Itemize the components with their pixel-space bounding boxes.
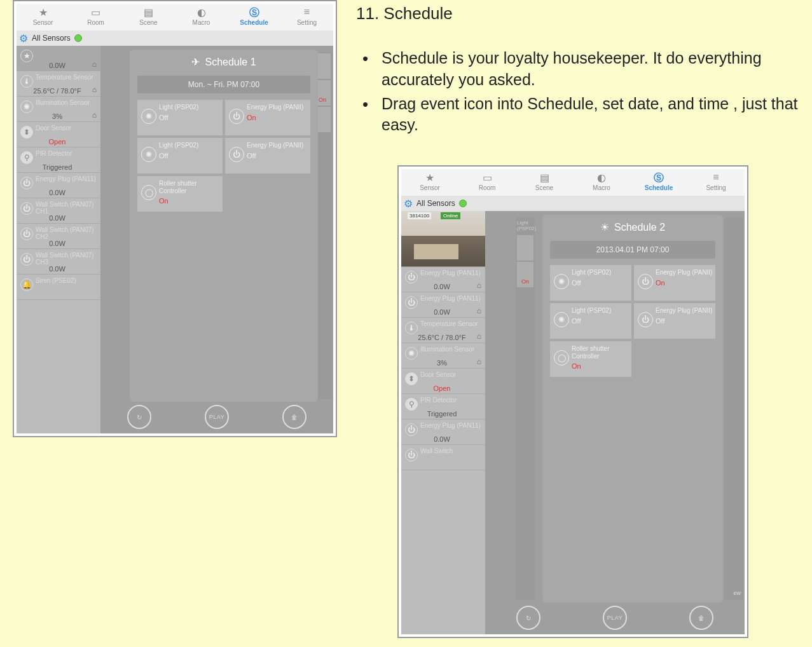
trash-button[interactable]: 🗑	[689, 606, 713, 630]
schedule-card-prev[interactable]: Light (PSP02) On	[516, 217, 535, 600]
camera-thumbnail[interactable]: 3814100 Online	[401, 211, 485, 267]
home-icon: ⌂	[477, 357, 481, 366]
device-name: Light (PSP02)	[572, 303, 631, 315]
bullet-item: Schedule is your loyalty housekeeper. It…	[382, 48, 812, 91]
sensor-value: Open	[404, 385, 480, 392]
device-tile[interactable]: ◯Roller shutter ControllerOn	[550, 341, 631, 377]
sensor-row[interactable]: ⏻Wall Switch	[401, 445, 485, 470]
sensor-icon: ⏻	[20, 228, 33, 240]
sensor-row[interactable]: 🌡Temperature Sensor25.6°C / 78.0°F⌂	[17, 71, 100, 97]
tab-room[interactable]: ▭Room	[69, 4, 122, 31]
all-sensors-strip: ⚙ All Sensors	[17, 31, 333, 46]
device-tile[interactable]: ✺Light (PSP02)Off	[137, 100, 223, 135]
tab-bar: ★Sensor ▭Room ▤Scene ◐Macro ⓈSchedule ≡S…	[17, 4, 333, 31]
camera-id-label: 3814100	[408, 212, 431, 219]
tab-room[interactable]: ▭Room	[458, 169, 516, 196]
all-sensors-label: All Sensors	[416, 199, 455, 208]
device-tile[interactable]: ◯Roller shutter ControllerOn	[137, 176, 223, 212]
tab-sensor[interactable]: ★Sensor	[401, 169, 458, 196]
sensor-row[interactable]: 🔔Siren (PSE02)	[17, 275, 100, 300]
device-tile[interactable]: ⏻Energy Plug (PANII)Off	[634, 303, 715, 339]
tab-schedule[interactable]: ⓈSchedule	[630, 169, 687, 196]
sensor-label: Temperature Sensor	[36, 71, 100, 81]
device-tile[interactable]: ✺Light (PSP02)Off	[137, 138, 223, 174]
device-state: Off	[572, 279, 581, 287]
schedule-time-bar[interactable]: Mon. ~ Fri. PM 07:00	[137, 76, 310, 93]
schedule-title: ☀Schedule 2	[542, 215, 723, 237]
sensor-icon: ⬍	[20, 126, 33, 139]
bullet-item: Drag event icon into Schedule, set date,…	[382, 93, 812, 137]
device-name: Light (PSP02)	[159, 138, 223, 149]
device-tile[interactable]: ✺Light (PSP02)Off	[550, 265, 631, 301]
sensor-row[interactable]: ⬍Door SensorOpen	[17, 122, 100, 147]
device-tile[interactable]: ⏻Energy Plug (PANII)On	[225, 100, 310, 135]
sensor-value: 0.0W	[19, 265, 95, 273]
all-sensors-strip: ⚙ All Sensors	[401, 196, 745, 211]
sensor-icon: ⬍	[405, 372, 418, 385]
sensor-icon: ⏻	[405, 449, 418, 461]
sensor-label: Energy Plug (PAN11)	[420, 292, 485, 302]
trash-button[interactable]: 🗑	[282, 405, 306, 429]
sensor-row[interactable]: ✺Illumination Sensor3%⌂	[401, 343, 485, 369]
device-tile[interactable]: ⏻Energy Plug (PANII)On	[634, 265, 715, 301]
tab-macro[interactable]: ◐Macro	[573, 169, 630, 196]
schedule-card-next[interactable]	[724, 217, 743, 600]
macro-icon: ◐	[597, 172, 606, 184]
tab-setting[interactable]: ≡Setting	[280, 4, 333, 31]
gear-icon[interactable]: ⚙	[404, 198, 413, 210]
sensor-row[interactable]: ⚲PIR DetectorTriggered	[17, 147, 100, 173]
device-icon: ⏻	[638, 274, 653, 289]
macro-icon: ◐	[197, 6, 206, 18]
tab-bar: ★Sensor ▭Room ▤Scene ◐Macro ⓈSchedule ≡S…	[401, 169, 745, 196]
tab-macro[interactable]: ◐Macro	[175, 4, 228, 31]
tab-sensor[interactable]: ★Sensor	[17, 4, 69, 31]
tab-setting[interactable]: ≡Setting	[687, 169, 745, 196]
sensor-row[interactable]: ⏻Energy Plug (PAN11)0.0W	[17, 173, 100, 198]
sensor-label: Temperature Sensor	[420, 318, 485, 327]
schedule-main: Light (PSP02) On ☀Schedule 2 2013.04.01 …	[485, 211, 745, 634]
device-name: Energy Plug (PANII)	[656, 265, 715, 276]
schedule-card[interactable]: ☀Schedule 2 2013.04.01 PM 07:00 ✺Light (…	[542, 215, 723, 603]
sensor-row[interactable]: ⏻Wall Switch (PAN07) CH30.0W	[17, 249, 100, 275]
play-button[interactable]: PLAY	[205, 405, 229, 429]
sensor-icon: ⏻	[405, 271, 418, 283]
device-icon: ◯	[141, 185, 156, 200]
device-state: Off	[572, 317, 581, 325]
sensor-value: 0.0W	[19, 240, 95, 247]
action-row: ↻ PLAY 🗑	[100, 404, 333, 430]
gear-icon[interactable]: ⚙	[19, 32, 28, 44]
setting-icon: ≡	[713, 172, 719, 183]
add-new-label[interactable]: ew	[733, 590, 741, 596]
room-icon: ▭	[483, 172, 492, 184]
sensor-list[interactable]: ⏻Energy Plug (PAN11)0.0W⌂⏻Energy Plug (P…	[401, 267, 485, 634]
schedule-time-bar[interactable]: 2013.04.01 PM 07:00	[550, 241, 715, 259]
sensor-row[interactable]: ⚲PIR DetectorTriggered	[401, 394, 485, 419]
sensor-row[interactable]: ⏻Energy Plug (PAN11)0.0W	[401, 419, 485, 445]
sensor-icon: ⏻	[405, 423, 418, 436]
sensor-icon: ⏻	[405, 296, 418, 309]
refresh-button[interactable]: ↻	[516, 606, 540, 630]
sensor-row[interactable]: ★0.0W⌂	[17, 46, 100, 71]
play-button[interactable]: PLAY	[603, 606, 627, 630]
sensor-row[interactable]: ✺Illumination Sensor3%⌂	[17, 97, 100, 122]
sensor-row[interactable]: ⏻Energy Plug (PAN11)0.0W⌂	[401, 292, 485, 318]
tab-scene[interactable]: ▤Scene	[122, 4, 175, 31]
sensor-row[interactable]: ⏻Wall Switch (PAN07) CH20.0W	[17, 224, 100, 249]
screenshot-schedule-2: ★Sensor ▭Room ▤Scene ◐Macro ⓈSchedule ≡S…	[397, 165, 748, 638]
sensor-value: 25.6°C / 78.0°F	[19, 87, 95, 95]
sensor-row[interactable]: ⏻Wall Switch (PAN07) CH10.0W	[17, 198, 100, 224]
device-tile[interactable]: ✺Light (PSP02)Off	[550, 303, 631, 339]
sensor-icon: 🔔	[20, 278, 33, 291]
device-state: On	[159, 197, 169, 205]
sensor-label: Wall Switch (PAN07) CH2	[36, 224, 100, 240]
sensor-row[interactable]: ⏻Energy Plug (PAN11)0.0W⌂	[401, 267, 485, 292]
schedule-card[interactable]: ✈Schedule 1 Mon. ~ Fri. PM 07:00 ✺Light …	[130, 50, 318, 402]
refresh-button[interactable]: ↻	[127, 405, 151, 429]
device-name: Roller shutter Controller	[572, 341, 631, 360]
sensor-row[interactable]: ⬍Door SensorOpen	[401, 369, 485, 394]
tab-schedule[interactable]: ⓈSchedule	[228, 4, 280, 31]
tab-scene[interactable]: ▤Scene	[516, 169, 573, 196]
sensor-list[interactable]: ★0.0W⌂🌡Temperature Sensor25.6°C / 78.0°F…	[17, 46, 100, 433]
sensor-row[interactable]: 🌡Temperature Sensor25.6°C / 78.0°F⌂	[401, 318, 485, 343]
device-tile[interactable]: ⏻Energy Plug (PANII)Off	[225, 138, 310, 174]
